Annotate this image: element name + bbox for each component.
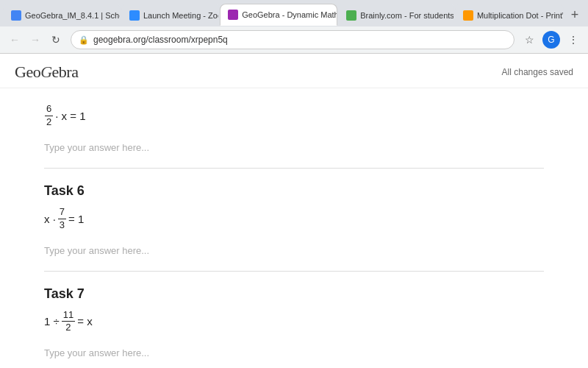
tab-favicon-2 xyxy=(129,10,140,21)
fraction-6-2: 6 2 xyxy=(45,103,53,129)
task6-title: Task 6 xyxy=(44,183,544,199)
task6-suffix: = 1 xyxy=(68,213,84,225)
tasks-container: 6 2 · x = 1 Type your answer here... Tas… xyxy=(0,88,588,368)
task7-equation: 1 ÷ 11 2 = x xyxy=(44,309,544,335)
new-tab-button[interactable]: + xyxy=(564,4,585,25)
tab-favicon-5 xyxy=(463,10,473,21)
page-header: GeoGebra All changes saved xyxy=(0,54,588,88)
task7-prefix: 1 ÷ xyxy=(44,315,60,328)
task6-prefix: x · xyxy=(44,213,56,225)
numerator-11: 11 xyxy=(62,309,75,322)
back-button[interactable]: ← xyxy=(6,31,24,49)
task7-answer[interactable]: Type your answer here... xyxy=(44,344,544,361)
url-text: geogebra.org/classroom/xrpepn5q xyxy=(93,35,228,45)
fraction-11-2: 11 2 xyxy=(62,309,75,335)
tab-favicon-4 xyxy=(346,10,356,21)
tab-favicon-3 xyxy=(228,10,238,20)
browser-chrome: GeoGebra_IM_8.4.1 | Schoolo... × Launch … xyxy=(0,0,588,54)
denominator-3: 3 xyxy=(58,219,66,232)
tab-multiplication[interactable]: Multiplication Dot - PrintWiki × xyxy=(455,4,564,26)
bookmark-icon[interactable]: ☆ xyxy=(520,31,538,49)
tab-label-4: Brainly.com - For students. B... xyxy=(360,11,454,20)
task6-section: Task 6 x · 7 3 = 1 Type your answer here… xyxy=(44,169,544,271)
menu-icon[interactable]: ⋮ xyxy=(564,31,582,49)
fraction-7-3: 7 3 xyxy=(58,206,66,232)
reload-button[interactable]: ↻ xyxy=(47,31,65,49)
geogebra-logo: GeoGebra xyxy=(15,63,78,82)
tab-label-5: Multiplication Dot - PrintWiki xyxy=(477,11,564,20)
task7-suffix: = x xyxy=(77,315,92,328)
task6-equation: x · 7 3 = 1 xyxy=(44,206,544,232)
tab-zoom[interactable]: Launch Meeting - Zoom × xyxy=(121,4,219,26)
tab-bar: GeoGebra_IM_8.4.1 | Schoolo... × Launch … xyxy=(0,0,588,26)
denominator-2: 2 xyxy=(45,116,53,129)
logo-text: GeoGebra xyxy=(15,63,78,81)
tab-geogebra-active[interactable]: GeoGebra - Dynamic Mathem... × xyxy=(220,4,337,26)
task5-answer[interactable]: Type your answer here... xyxy=(44,139,544,156)
denominator-2b: 2 xyxy=(64,322,72,334)
url-bar[interactable]: 🔒 geogebra.org/classroom/xrpepn5q xyxy=(71,30,514,49)
tab-label-1: GeoGebra_IM_8.4.1 | Schoolo... xyxy=(25,11,121,20)
tab-label-2: Launch Meeting - Zoom xyxy=(143,11,219,20)
tab-label-3: GeoGebra - Dynamic Mathem... xyxy=(242,10,337,19)
task6-answer[interactable]: Type your answer here... xyxy=(44,242,544,259)
forward-button[interactable]: → xyxy=(26,31,44,49)
lock-icon: 🔒 xyxy=(79,35,89,45)
all-changes-saved: All changes saved xyxy=(502,67,573,77)
tab-brainly[interactable]: Brainly.com - For students. B... × xyxy=(338,4,454,26)
page-content: GeoGebra All changes saved 6 2 · x = 1 T… xyxy=(0,54,588,368)
task5-equation: 6 2 · x = 1 xyxy=(44,103,544,129)
address-bar: ← → ↻ 🔒 geogebra.org/classroom/xrpepn5q … xyxy=(0,26,588,53)
tab-geogebra-im[interactable]: GeoGebra_IM_8.4.1 | Schoolo... × xyxy=(3,4,121,26)
toolbar-right: ☆ G ⋮ xyxy=(520,31,582,49)
task5-partial: 6 2 · x = 1 Type your answer here... xyxy=(44,88,544,168)
task5-dot: · x = 1 xyxy=(55,110,85,122)
numerator-7: 7 xyxy=(58,206,66,219)
task5-frac: 6 2 xyxy=(44,103,54,129)
user-avatar[interactable]: G xyxy=(542,31,560,49)
numerator-6: 6 xyxy=(45,103,53,116)
task7-title: Task 7 xyxy=(44,286,544,302)
tab-favicon-1 xyxy=(11,10,21,21)
task7-section: Task 7 1 ÷ 11 2 = x Type your answer her… xyxy=(44,272,544,368)
nav-buttons: ← → ↻ xyxy=(6,31,65,49)
